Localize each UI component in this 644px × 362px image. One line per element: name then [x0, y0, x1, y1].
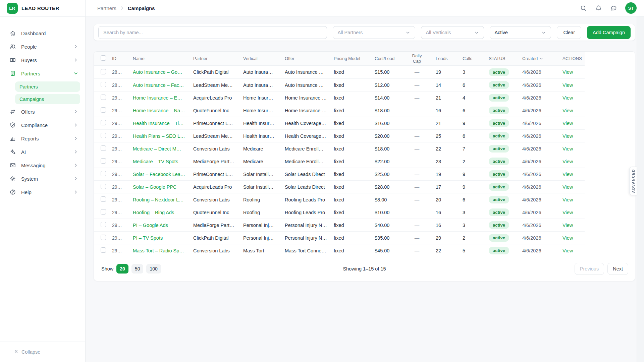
view-link[interactable]: View: [562, 172, 585, 177]
view-link[interactable]: View: [562, 133, 585, 139]
select-all-checkbox[interactable]: [101, 55, 106, 61]
view-link[interactable]: View: [562, 210, 585, 215]
view-link[interactable]: View: [562, 159, 585, 164]
campaign-name-link[interactable]: Health Plans – SEO L…: [133, 133, 193, 139]
partner-cell: Conversion Labs: [193, 146, 243, 152]
view-link[interactable]: View: [562, 235, 585, 241]
row-checkbox[interactable]: [101, 171, 106, 176]
row-checkbox[interactable]: [101, 247, 106, 253]
daily-cap-cell: —: [398, 146, 436, 152]
view-link[interactable]: View: [562, 248, 585, 253]
previous-button[interactable]: Previous: [575, 263, 604, 275]
status-cell: active: [489, 145, 522, 153]
table-header-row: ID Name Partner Vertical Offer Pricing M…: [94, 52, 585, 66]
status-badge: active: [489, 68, 509, 76]
sidebar-item-system[interactable]: System: [0, 172, 85, 185]
campaign-name-link[interactable]: PI – TV Spots: [133, 235, 193, 241]
row-checkbox[interactable]: [101, 82, 106, 87]
bell-icon[interactable]: [595, 5, 602, 12]
row-checkbox[interactable]: [101, 95, 106, 100]
row-checkbox[interactable]: [101, 69, 106, 74]
view-link[interactable]: View: [562, 95, 585, 101]
col-created-sort[interactable]: Created: [522, 56, 562, 61]
sidebar-subitem-campaigns[interactable]: Campaigns: [15, 94, 80, 104]
campaign-name-link[interactable]: PI – Google Ads: [133, 223, 193, 228]
campaign-name-link[interactable]: Medicare – Direct M…: [133, 146, 193, 152]
sidebar-item-offers[interactable]: Offers: [0, 105, 85, 118]
row-checkbox[interactable]: [101, 120, 106, 125]
campaign-name-link[interactable]: Roofing – Nextdoor L…: [133, 197, 193, 202]
sidebar-item-people[interactable]: People: [0, 40, 85, 53]
sidebar-item-ai[interactable]: AI: [0, 145, 85, 159]
sidebar-item-buyers[interactable]: Buyers: [0, 53, 85, 67]
status-cell: active: [489, 170, 522, 178]
campaign-name-link[interactable]: Roofing – Bing Ads: [133, 210, 193, 215]
row-checkbox[interactable]: [101, 107, 106, 113]
campaign-name-link[interactable]: Mass Tort – Radio Sp…: [133, 248, 193, 253]
campaigns-table: ID Name Partner Vertical Offer Pricing M…: [94, 51, 635, 281]
row-checkbox[interactable]: [101, 133, 106, 138]
search-input[interactable]: [98, 26, 327, 39]
vertical-cell: Roofing: [243, 210, 285, 215]
view-link[interactable]: View: [562, 223, 585, 228]
view-link[interactable]: View: [562, 108, 585, 113]
cost-per-lead-cell: $45.00: [375, 248, 398, 253]
sidebar-item-reports[interactable]: Reports: [0, 132, 85, 145]
row-checkbox[interactable]: [101, 184, 106, 189]
calls-cell: 6: [463, 108, 489, 113]
avatar[interactable]: ST: [625, 2, 637, 14]
chevron-down-icon: [474, 30, 479, 35]
sidebar-item-messaging[interactable]: Messaging: [0, 159, 85, 172]
cost-per-lead-cell: $14.00: [375, 95, 398, 101]
view-link[interactable]: View: [562, 82, 585, 88]
chat-icon[interactable]: [610, 5, 617, 12]
advanced-panel-tab[interactable]: ADVANCED: [629, 167, 637, 195]
created-cell: 4/6/2026: [522, 210, 562, 215]
partners-filter-select[interactable]: All Partners: [333, 26, 415, 39]
page-size-100[interactable]: 100: [146, 264, 161, 274]
page-size-50[interactable]: 50: [131, 264, 144, 274]
row-checkbox[interactable]: [101, 145, 106, 151]
row-checkbox[interactable]: [101, 209, 106, 215]
clear-button[interactable]: Clear: [557, 26, 581, 39]
campaign-id: 29…: [112, 133, 133, 139]
view-link[interactable]: View: [562, 146, 585, 152]
partner-cell: LeadStream Me…: [193, 133, 243, 139]
table-row: 29…Medicare – TV SpotsMediaForge Part…Me…: [94, 155, 585, 168]
sidebar-item-partners[interactable]: Partners: [0, 67, 85, 80]
search-icon[interactable]: [580, 5, 587, 12]
verticals-filter-select[interactable]: All Verticals: [421, 26, 484, 39]
row-checkbox[interactable]: [101, 196, 106, 202]
view-link[interactable]: View: [562, 121, 585, 126]
campaign-name-link[interactable]: Solar – Google PPC: [133, 184, 193, 190]
campaign-name-link[interactable]: Auto Insurance – Go…: [133, 69, 193, 75]
next-button[interactable]: Next: [607, 263, 628, 275]
leads-cell: 21: [436, 95, 463, 101]
row-checkbox[interactable]: [101, 222, 106, 227]
campaign-name-link[interactable]: Home Insurance – Na…: [133, 108, 193, 113]
breadcrumb-parent[interactable]: Partners: [97, 5, 116, 11]
view-link[interactable]: View: [562, 184, 585, 190]
campaign-name-link[interactable]: Auto Insurance – Fac…: [133, 82, 193, 88]
sidebar-item-label: Partners: [21, 71, 73, 76]
main-area: Partners Campaigns ST: [86, 0, 644, 362]
campaign-name-link[interactable]: Medicare – TV Spots: [133, 159, 193, 164]
row-checkbox[interactable]: [101, 235, 106, 240]
chevron-down-icon: [541, 30, 546, 35]
view-link[interactable]: View: [562, 197, 585, 202]
row-checkbox[interactable]: [101, 158, 106, 164]
buyers-icon: [9, 57, 16, 63]
sidebar-item-help[interactable]: Help: [0, 185, 85, 199]
page-size-20[interactable]: 20: [116, 264, 128, 274]
collapse-button[interactable]: Collapse: [13, 349, 40, 355]
sidebar-item-dashboard[interactable]: Dashboard: [0, 26, 85, 40]
sidebar-subitem-partners[interactable]: Partners: [15, 81, 80, 92]
campaign-name-link[interactable]: Solar – Facebook Lea…: [133, 172, 193, 177]
partner-cell: LeadStream Me…: [193, 82, 243, 88]
add-campaign-button[interactable]: Add Campaign: [587, 26, 631, 39]
campaign-name-link[interactable]: Health Insurance – Ti…: [133, 121, 193, 126]
view-link[interactable]: View: [562, 69, 585, 75]
status-filter-select[interactable]: Active: [490, 26, 551, 39]
sidebar-item-compliance[interactable]: Compliance: [0, 118, 85, 132]
campaign-name-link[interactable]: Home Insurance – E…: [133, 95, 193, 101]
